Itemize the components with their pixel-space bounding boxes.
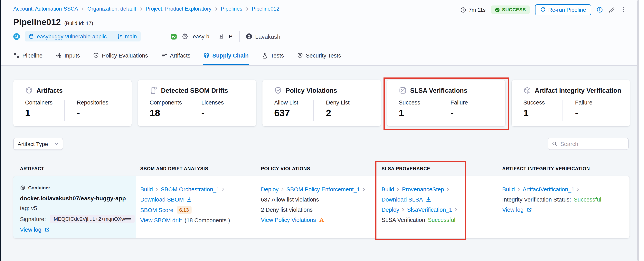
breadcrumb-pipelines[interactable]: Pipelines bbox=[221, 6, 242, 12]
summary-cards: Artifacts Containers1 Repositories- Dete… bbox=[13, 80, 630, 126]
tab-label: Inputs bbox=[64, 52, 80, 59]
policy-cell: Deploy SBOM Policy Enforcement_1 637 All… bbox=[257, 176, 378, 238]
search-input[interactable] bbox=[560, 141, 624, 147]
drift-components-count: (18 Components ) bbox=[184, 217, 230, 224]
build-id: (Build Id: 17) bbox=[64, 20, 93, 26]
integrity-status-label: Integrity Verification Status: bbox=[502, 196, 571, 203]
metric-value: 18 bbox=[150, 108, 189, 118]
search-icon bbox=[552, 141, 557, 147]
tab-policy-evaluations[interactable]: Policy Evaluations bbox=[93, 46, 148, 65]
metric-value: 1 bbox=[25, 108, 64, 118]
metric-label: Failure bbox=[575, 99, 592, 106]
artifact-type-label: Artifact Type bbox=[18, 141, 48, 147]
tab-inputs[interactable]: Inputs bbox=[56, 46, 80, 65]
artifact-type-filter[interactable]: Artifact Type bbox=[13, 138, 63, 150]
step-link[interactable]: SBOM Orchestration_1 bbox=[161, 186, 220, 193]
card-sbom-drifts: Detected SBOM Drifts Components18 Licens… bbox=[138, 80, 256, 126]
user-name: Lavakush bbox=[255, 33, 280, 40]
repo-name: easybuggy-vulnerable-applic... bbox=[37, 33, 111, 39]
supply-chain-page: Account: Automation-SSCA Organization: d… bbox=[0, 0, 644, 261]
integrity-cell: Build ArtifactVerification_1 Integrity V… bbox=[498, 176, 630, 238]
supply-chain-icon bbox=[203, 52, 210, 59]
metric-label: Success bbox=[523, 99, 562, 106]
step-link[interactable]: ArtifactVerification_1 bbox=[523, 186, 574, 193]
chevron-right-icon bbox=[81, 7, 84, 11]
view-sbom-drift-link[interactable]: View SBOM drift bbox=[140, 217, 182, 224]
view-log-link[interactable]: View log bbox=[20, 227, 41, 233]
execution-tabs: Pipeline Inputs Policy Evaluations Artif… bbox=[0, 46, 644, 66]
cube-icon bbox=[25, 86, 33, 94]
metric-value: - bbox=[77, 108, 108, 118]
table-row: Container docker.io/lavakush07/easy-bugg… bbox=[13, 176, 630, 238]
status-text: SUCCESS bbox=[502, 7, 526, 12]
signature-label: Signature: bbox=[20, 216, 46, 222]
tab-label: Artifacts bbox=[170, 52, 190, 59]
tab-artifacts[interactable]: Artifacts bbox=[161, 46, 190, 65]
metric-value: 637 bbox=[274, 108, 314, 118]
rerun-pipeline-button[interactable]: Re-run Pipeline bbox=[535, 4, 591, 15]
stage-link[interactable]: Deploy bbox=[261, 186, 278, 193]
page-title: Pipeline012 bbox=[13, 17, 61, 27]
card-title: Artifact Integrity Verification bbox=[535, 87, 621, 94]
stage-link[interactable]: Build bbox=[140, 186, 153, 193]
breadcrumb-project[interactable]: Project: Product Exploratory bbox=[146, 6, 211, 12]
repository-icon bbox=[28, 34, 34, 39]
repo-chip[interactable]: easybuggy-vulnerable-applic... main bbox=[25, 31, 141, 41]
view-policy-violations-link[interactable]: View Policy Violations bbox=[261, 217, 316, 223]
refresh-icon bbox=[540, 7, 546, 12]
card-title: Artifacts bbox=[36, 87, 63, 94]
container-icon bbox=[20, 185, 26, 191]
annotation-box-slsa-column bbox=[375, 161, 466, 240]
flask-icon bbox=[262, 52, 268, 59]
view-log-link[interactable]: View log bbox=[502, 207, 524, 213]
breadcrumb-account[interactable]: Account: Automation-SSCA bbox=[13, 6, 78, 12]
edit-pipeline-button[interactable] bbox=[608, 6, 615, 13]
tab-tests[interactable]: Tests bbox=[262, 46, 284, 65]
artifact-type-badge: Container bbox=[28, 185, 50, 191]
annotation-box-slsa-card bbox=[384, 77, 509, 130]
step-link[interactable]: SBOM Policy Enforcement_1 bbox=[286, 186, 360, 193]
chevron-right-icon bbox=[517, 187, 521, 191]
breadcrumb-organization[interactable]: Organization: default bbox=[87, 6, 136, 12]
chevron-right-icon bbox=[362, 187, 366, 191]
column-header-sbom: SBOM AND DRIFT ANALYSIS bbox=[136, 166, 257, 171]
download-icon bbox=[186, 197, 192, 202]
sbom-score-link[interactable]: SBOM Score bbox=[140, 207, 173, 213]
tab-supply-chain[interactable]: Supply Chain bbox=[203, 46, 248, 65]
metric-label: Deny List bbox=[326, 99, 350, 106]
card-artifacts: Artifacts Containers1 Repositories- bbox=[13, 80, 132, 126]
artifact-image-name: docker.io/lavakush07/easy-buggy-app bbox=[20, 195, 126, 201]
list-plus-icon bbox=[161, 52, 167, 59]
execution-duration: 7m 11s bbox=[460, 7, 486, 13]
cube-icon bbox=[523, 86, 531, 94]
stage-link[interactable]: Build bbox=[502, 186, 515, 193]
integrity-status-value: Successful bbox=[574, 196, 601, 203]
more-options-button[interactable] bbox=[620, 7, 627, 13]
scrollbar-thumb[interactable] bbox=[637, 0, 639, 261]
metric-value: - bbox=[575, 108, 592, 118]
download-sbom-link[interactable]: Download SBOM bbox=[140, 196, 184, 203]
registry-abbrev: P. bbox=[229, 33, 233, 39]
breadcrumb-pipeline012[interactable]: Pipeline012 bbox=[252, 6, 279, 12]
chevron-right-icon bbox=[214, 7, 218, 11]
column-header-policy: POLICY VIOLATIONS bbox=[257, 166, 378, 171]
card-artifact-integrity: Artifact Integrity Verification Success1… bbox=[512, 80, 630, 126]
ci-module-icon bbox=[13, 33, 20, 40]
rerun-label: Re-run Pipeline bbox=[548, 7, 586, 13]
chevron-right-icon bbox=[576, 187, 580, 191]
pipeline-icon bbox=[13, 52, 20, 59]
metric-label: Allow List bbox=[274, 99, 314, 106]
allow-list-violations: 637 Allow list violations bbox=[261, 196, 319, 203]
chevron-right-icon bbox=[139, 7, 143, 11]
tab-security-tests[interactable]: Security Tests bbox=[297, 46, 341, 65]
scrollbar[interactable] bbox=[637, 0, 644, 261]
chevron-right-icon bbox=[155, 187, 159, 191]
sbom-scroll-icon bbox=[150, 86, 158, 94]
tab-label: Pipeline bbox=[22, 52, 42, 59]
triggered-by-user: Lavakush bbox=[246, 33, 280, 40]
info-button[interactable] bbox=[596, 7, 603, 13]
column-header-integrity: ARTIFACT INTEGRITY VERIFICATION bbox=[498, 166, 630, 171]
page-header: Account: Automation-SSCA Organization: d… bbox=[0, 0, 644, 46]
tab-pipeline[interactable]: Pipeline bbox=[13, 46, 42, 65]
tab-label: Tests bbox=[271, 52, 284, 59]
